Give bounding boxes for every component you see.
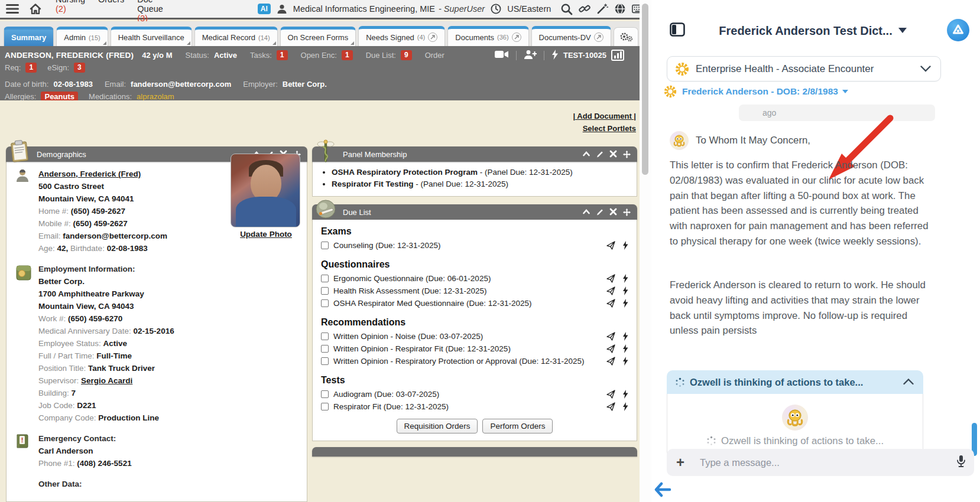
checkbox[interactable] (321, 242, 329, 249)
video-camera-icon[interactable] (495, 50, 509, 61)
move-icon[interactable] (622, 208, 631, 217)
quick-action-icon[interactable] (622, 299, 628, 308)
due-list-header[interactable]: Due List (312, 204, 637, 220)
collapse-panel-arrow-icon[interactable] (654, 482, 671, 500)
chat-patient-selector[interactable]: Frederick Anderson - DOB: 2/8/1983 (663, 84, 848, 99)
ozwell-logo-icon[interactable] (947, 19, 969, 41)
select-portlets-link[interactable]: Select Portlets (573, 122, 636, 135)
edit-icon[interactable] (596, 150, 604, 158)
sidebar-toggle-icon[interactable] (670, 22, 685, 39)
checkbox[interactable] (321, 287, 329, 295)
tab-documents[interactable]: Documents(36) (447, 26, 528, 46)
home-icon[interactable] (30, 2, 41, 15)
tab-summary[interactable]: Summary (4, 27, 54, 46)
quick-action-icon[interactable] (622, 344, 628, 353)
message-input-bar: + (667, 449, 974, 476)
send-order-icon[interactable] (606, 241, 615, 250)
search-icon[interactable] (560, 2, 573, 15)
main-scrollbar-thumb[interactable] (642, 4, 648, 175)
perform-orders-button[interactable]: Perform Orders (482, 419, 553, 433)
ehr-main-panel: Nursing (2) Orders Doc Queue (3) AI Medi… (0, 0, 640, 502)
magic-wand-icon[interactable] (596, 2, 608, 15)
req-badge[interactable]: 1 (25, 63, 37, 73)
main-scrollbar-track[interactable] (640, 0, 651, 502)
tab-documents-dv[interactable]: Documents-DV (531, 26, 611, 46)
collapse-icon[interactable] (582, 150, 590, 158)
send-order-icon[interactable] (606, 286, 615, 295)
open-external-icon[interactable] (428, 32, 437, 42)
move-icon[interactable] (622, 150, 631, 159)
thinking-panel-header[interactable]: Ozwell is thinking of actions to take... (667, 370, 923, 394)
requisition-orders-button[interactable]: Requisition Orders (397, 419, 478, 433)
quick-action-icon[interactable] (622, 332, 628, 341)
due-list-badge[interactable]: 9 (401, 50, 412, 60)
tab-admin[interactable]: Admin(15) (56, 27, 108, 46)
checkbox[interactable] (321, 403, 329, 410)
edit-icon[interactable] (596, 208, 604, 216)
quick-action-icon[interactable] (622, 357, 628, 366)
nav-orders[interactable]: Orders (98, 0, 124, 23)
checkbox[interactable] (321, 299, 329, 307)
send-order-icon[interactable] (606, 390, 615, 399)
quick-action-icon[interactable] (622, 402, 628, 411)
svg-text:!: ! (21, 436, 24, 444)
open-external-icon[interactable] (512, 32, 521, 42)
hamburger-menu-icon[interactable] (6, 2, 19, 15)
flowsheet-chart-icon[interactable] (611, 50, 624, 61)
send-order-icon[interactable] (606, 357, 615, 366)
tab-needs-signed[interactable]: Needs Signed(4) (358, 26, 445, 46)
checkbox[interactable] (321, 333, 329, 340)
send-order-icon[interactable] (606, 332, 615, 341)
top-menu-bar: Nursing (2) Orders Doc Queue (3) AI Medi… (0, 0, 640, 19)
medication-value[interactable]: alprazolam (137, 92, 174, 101)
panel-item: Respirator Fit Testing - (Panel Due: 12-… (332, 178, 631, 190)
patient-name-link[interactable]: Anderson, Frederick (Fred) (38, 169, 141, 178)
next-portlet-header-partial[interactable] (312, 447, 637, 457)
message-input[interactable] (700, 457, 956, 468)
ozwell-chat-panel: Frederick Anderson Test Dict... Enterpri… (651, 0, 980, 502)
keyboard-icon[interactable] (632, 2, 640, 15)
checkbox[interactable] (321, 390, 329, 398)
close-icon[interactable] (609, 208, 617, 216)
add-person-icon[interactable] (524, 50, 537, 61)
quick-action-icon[interactable] (622, 241, 628, 250)
nav-doc-queue[interactable]: Doc Queue (3) (137, 0, 163, 23)
ai-badge[interactable]: AI (258, 4, 271, 14)
supervisor-link[interactable]: Sergio Acardi (81, 376, 132, 385)
send-order-icon[interactable] (606, 344, 615, 353)
checkbox[interactable] (321, 357, 329, 365)
quick-action-icon[interactable] (622, 390, 628, 399)
quick-action-icon[interactable] (622, 274, 628, 283)
open-external-icon[interactable] (594, 32, 603, 42)
order-link[interactable]: Order (425, 51, 444, 60)
globe-icon[interactable] (614, 2, 626, 15)
tab-medical-record[interactable]: Medical Record(14) (194, 27, 278, 46)
checkbox[interactable] (321, 345, 329, 353)
attach-plus-icon[interactable]: + (676, 455, 684, 470)
send-order-icon[interactable] (606, 402, 615, 411)
timezone-label[interactable]: US/Eastern (507, 4, 551, 14)
collapse-icon[interactable] (582, 208, 590, 216)
tab-health-surveillance[interactable]: Health Surveillance (111, 27, 192, 46)
esign-badge[interactable]: 3 (74, 63, 85, 73)
chevron-up-icon[interactable] (903, 377, 914, 387)
checkbox[interactable] (321, 275, 329, 282)
send-order-icon[interactable] (606, 299, 615, 308)
send-order-icon[interactable] (606, 274, 615, 283)
open-enc-badge[interactable]: 1 (342, 50, 353, 60)
lightning-icon[interactable] (551, 50, 559, 61)
add-document-link[interactable]: | Add Document | (573, 110, 636, 122)
tab-settings-button[interactable] (614, 27, 638, 46)
panel-membership-header[interactable]: Panel Membership (312, 146, 637, 162)
encounter-selector[interactable]: Enterprise Health - Associate Encounter (667, 56, 941, 82)
link-icon[interactable] (579, 2, 590, 15)
quick-action-icon[interactable] (622, 286, 628, 295)
tab-on-screen-forms[interactable]: On Screen Forms (280, 27, 356, 46)
tasks-badge[interactable]: 1 (277, 50, 288, 60)
close-icon[interactable] (609, 150, 617, 158)
microphone-icon[interactable] (956, 455, 966, 470)
nav-nursing[interactable]: Nursing (2) (56, 0, 85, 23)
caduceus-icon (317, 139, 335, 165)
chat-title-dropdown[interactable]: Frederick Anderson Test Dict... (693, 24, 933, 38)
patient-name[interactable]: ANDERSON, FREDERICK (FRED) (5, 51, 134, 60)
